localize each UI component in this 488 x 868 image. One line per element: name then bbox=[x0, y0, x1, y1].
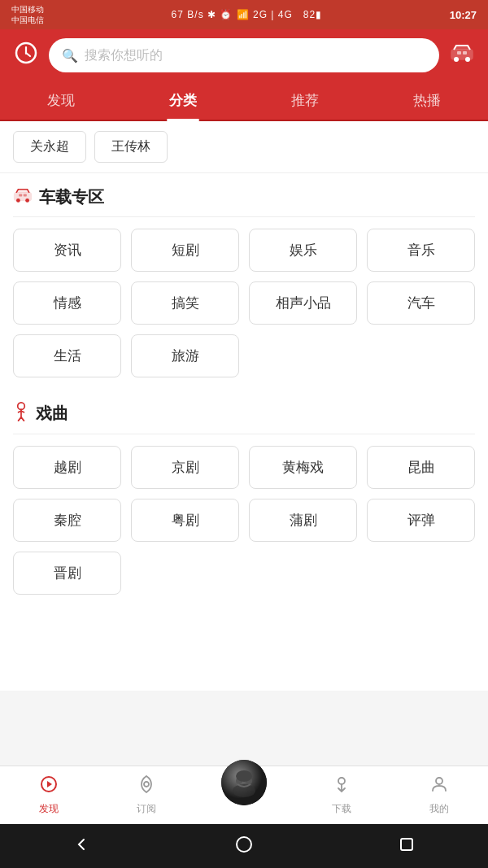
svg-marker-15 bbox=[47, 781, 52, 787]
carrier-info: 中国移动 中国电信 bbox=[11, 4, 44, 25]
category-chip-jingju[interactable]: 京剧 bbox=[131, 446, 239, 489]
android-home-button[interactable] bbox=[216, 829, 272, 864]
bottom-nav-discover[interactable]: 发现 bbox=[0, 766, 98, 824]
svg-line-2 bbox=[26, 53, 30, 56]
mine-label: 我的 bbox=[429, 802, 449, 816]
bottom-nav-subscribe[interactable]: 订阅 bbox=[98, 766, 195, 824]
bottom-nav-download[interactable]: 下载 bbox=[293, 766, 390, 824]
download-icon bbox=[332, 774, 351, 799]
category-chip-car[interactable]: 汽车 bbox=[367, 281, 475, 325]
player-avatar bbox=[221, 760, 267, 805]
avatar-image bbox=[221, 760, 267, 805]
category-chip-travel[interactable]: 旅游 bbox=[131, 334, 239, 377]
tab-category[interactable]: 分类 bbox=[122, 81, 244, 120]
svg-rect-7 bbox=[463, 51, 467, 55]
car-category-grid: 资讯 短剧 娱乐 音乐 情感 搞笑 相声小品 汽车 生活 旅游 bbox=[0, 217, 488, 389]
artist-chip-2[interactable]: 王传林 bbox=[94, 131, 168, 163]
nav-tabs: 发现 分类 推荐 热播 bbox=[0, 81, 488, 121]
opera-section-title: 戏曲 bbox=[36, 403, 68, 425]
search-icon: 🔍 bbox=[62, 48, 78, 63]
svg-point-23 bbox=[436, 778, 442, 784]
bottom-nav-player[interactable] bbox=[195, 766, 293, 824]
category-chip-puju[interactable]: 蒲剧 bbox=[249, 499, 357, 542]
svg-rect-6 bbox=[457, 51, 461, 55]
tab-discover[interactable]: 发现 bbox=[0, 81, 122, 120]
subscribe-icon bbox=[137, 774, 156, 799]
category-chip-qinqiang[interactable]: 秦腔 bbox=[13, 499, 121, 542]
tab-hot[interactable]: 热播 bbox=[366, 81, 488, 120]
svg-rect-11 bbox=[19, 194, 22, 196]
subscribe-label: 订阅 bbox=[137, 802, 156, 816]
opera-section-icon bbox=[13, 402, 29, 425]
artist-chip-1[interactable]: 关永超 bbox=[13, 131, 86, 163]
bottom-nav-mine[interactable]: 我的 bbox=[390, 766, 488, 824]
category-chip-crosstalk[interactable]: 相声小品 bbox=[249, 281, 357, 325]
status-time: 10:27 bbox=[450, 9, 477, 21]
svg-point-4 bbox=[454, 57, 459, 62]
artists-row: 关永超 王传林 bbox=[0, 121, 488, 173]
download-label: 下载 bbox=[332, 802, 351, 816]
category-chip-life[interactable]: 生活 bbox=[13, 334, 121, 377]
svg-point-10 bbox=[25, 198, 29, 203]
svg-point-22 bbox=[338, 778, 345, 784]
svg-point-5 bbox=[465, 57, 470, 62]
status-center-info: 67 B/s ✱ ⏰ 📶 2G | 4G 82▮ bbox=[172, 9, 323, 20]
category-chip-news[interactable]: 资讯 bbox=[13, 229, 121, 272]
mine-icon bbox=[429, 774, 449, 799]
category-chip-yueju2[interactable]: 粤剧 bbox=[131, 499, 239, 542]
content-area: 关永超 王传林 车载专区 资讯 短剧 娱乐 音乐 情感 bbox=[0, 121, 488, 691]
bottom-nav: 发现 订阅 bbox=[0, 765, 488, 824]
category-chip-emotion[interactable]: 情感 bbox=[13, 281, 121, 325]
car-section-header: 车载专区 bbox=[0, 173, 488, 216]
svg-point-13 bbox=[18, 403, 25, 410]
svg-rect-12 bbox=[24, 194, 27, 196]
discover-icon bbox=[39, 774, 59, 799]
android-nav-bar bbox=[0, 824, 488, 868]
car-section: 车载专区 资讯 短剧 娱乐 音乐 情感 搞笑 相声小品 汽车 生活 旅游 bbox=[0, 173, 488, 389]
svg-rect-25 bbox=[401, 839, 412, 850]
svg-point-9 bbox=[16, 198, 20, 203]
clock-icon[interactable] bbox=[11, 41, 41, 69]
opera-category-grid: 越剧 京剧 黄梅戏 昆曲 秦腔 粤剧 蒲剧 评弹 晋剧 bbox=[0, 434, 488, 606]
svg-point-17 bbox=[221, 760, 267, 805]
category-chip-kunqu[interactable]: 昆曲 bbox=[367, 446, 475, 489]
category-chip-shortplay[interactable]: 短剧 bbox=[131, 229, 239, 272]
car-icon[interactable] bbox=[447, 43, 477, 68]
category-chip-pingtan[interactable]: 评弹 bbox=[367, 499, 475, 542]
category-chip-huangmei[interactable]: 黄梅戏 bbox=[249, 446, 357, 489]
category-chip-jinju[interactable]: 晋剧 bbox=[13, 552, 121, 595]
category-chip-entertainment[interactable]: 娱乐 bbox=[249, 229, 357, 272]
opera-section: 戏曲 越剧 京剧 黄梅戏 昆曲 秦腔 粤剧 蒲剧 评弹 晋剧 bbox=[0, 389, 488, 606]
car-section-title: 车载专区 bbox=[39, 186, 104, 208]
android-back-button[interactable] bbox=[53, 829, 110, 864]
category-chip-yueju[interactable]: 越剧 bbox=[13, 446, 121, 489]
svg-point-16 bbox=[144, 782, 149, 787]
category-chip-comedy[interactable]: 搞笑 bbox=[131, 281, 239, 325]
search-placeholder: 搜索你想听的 bbox=[85, 47, 163, 64]
header: 🔍 搜索你想听的 bbox=[0, 29, 488, 81]
status-bar: 中国移动 中国电信 67 B/s ✱ ⏰ 📶 2G | 4G 82▮ 10:27 bbox=[0, 0, 488, 29]
android-recent-button[interactable] bbox=[378, 829, 435, 864]
tab-recommend[interactable]: 推荐 bbox=[244, 81, 366, 120]
car-section-icon bbox=[13, 187, 33, 207]
svg-point-21 bbox=[236, 770, 252, 782]
svg-point-24 bbox=[237, 837, 251, 852]
opera-section-header: 戏曲 bbox=[0, 389, 488, 434]
category-chip-music[interactable]: 音乐 bbox=[367, 229, 475, 272]
discover-label: 发现 bbox=[39, 802, 59, 816]
search-bar[interactable]: 🔍 搜索你想听的 bbox=[49, 38, 439, 72]
